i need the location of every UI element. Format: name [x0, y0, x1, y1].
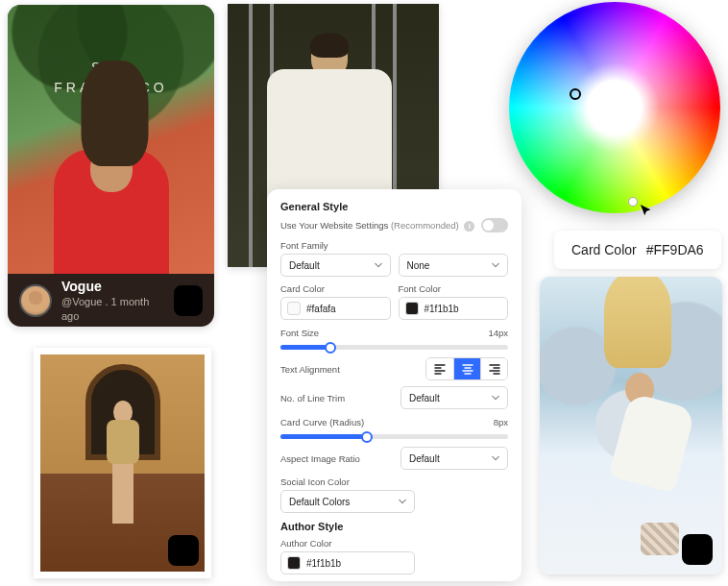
card-image: SAN FRANCISCO: [8, 5, 214, 274]
card-color-input[interactable]: #fafafa: [280, 297, 391, 320]
align-right-icon: [489, 363, 500, 375]
card-color-value: #FF9DA6: [646, 242, 704, 257]
photo-card-snow[interactable]: [540, 277, 722, 574]
card-color-swatch: [287, 302, 301, 315]
tiktok-icon[interactable]: [174, 285, 203, 316]
card-color-field-label: Card Color: [280, 283, 391, 294]
card-image: [40, 354, 205, 572]
aspect-ratio-select[interactable]: Default: [400, 447, 508, 470]
social-icon-color-select[interactable]: Default Colors: [280, 490, 415, 513]
card-image: [540, 277, 722, 574]
font-size-value: 14px: [488, 328, 508, 338]
cursor-icon: [640, 204, 653, 221]
chevron-down-icon: [375, 261, 382, 269]
font-color-swatch: [405, 302, 419, 315]
font-family-select[interactable]: Default: [280, 254, 391, 277]
author-avatar[interactable]: [19, 284, 52, 317]
color-wheel-handle[interactable]: [628, 197, 638, 207]
font-size-slider[interactable]: [280, 345, 508, 350]
chevron-down-icon: [492, 454, 499, 462]
align-left-icon: [434, 363, 446, 375]
card-curve-value: 8px: [494, 417, 508, 427]
aspect-ratio-label: Aspect Image Ratio: [280, 453, 360, 464]
chevron-down-icon: [399, 498, 406, 505]
color-wheel-selection-ring[interactable]: [570, 88, 581, 100]
text-alignment-group: [425, 357, 508, 380]
social-card-sf[interactable]: SAN FRANCISCO Vogue @Vogue . 1 month ago: [8, 5, 214, 327]
card-curve-label: Card Curve (Radius): [280, 417, 364, 427]
section-heading-author: Author Style: [280, 521, 508, 532]
use-website-settings-label: Use Your Website Settings (Recommonded) …: [280, 220, 474, 232]
chevron-down-icon: [492, 261, 499, 269]
author-name[interactable]: Vogue: [61, 278, 164, 295]
author-color-input[interactable]: #1f1b1b: [280, 551, 415, 574]
font-color-field-label: Font Color: [399, 283, 509, 294]
text-align-right-button[interactable]: [480, 358, 507, 379]
tiktok-icon[interactable]: [168, 535, 199, 566]
photo-card-doorway[interactable]: [34, 348, 211, 578]
font-color-input[interactable]: #1f1b1b: [399, 297, 509, 320]
author-color-label: Author Color: [280, 538, 508, 549]
line-trim-select[interactable]: Default: [400, 386, 508, 409]
style-panel: General Style Use Your Website Settings …: [267, 189, 522, 581]
font-size-label: Font Size: [280, 328, 319, 338]
info-icon[interactable]: i: [464, 221, 474, 232]
text-alignment-label: Text Alignment: [280, 364, 340, 375]
author-color-swatch: [287, 556, 301, 570]
color-wheel[interactable]: [509, 2, 720, 213]
card-color-readout: Card Color #FF9DA6: [554, 231, 721, 269]
font-family-secondary-select[interactable]: None: [399, 254, 509, 277]
font-family-label: Font Family: [280, 240, 508, 251]
card-footer: Vogue @Vogue . 1 month ago: [8, 274, 214, 327]
social-icon-color-label: Social Icon Color: [280, 476, 508, 487]
align-center-icon: [462, 363, 473, 375]
author-meta: @Vogue . 1 month ago: [61, 295, 164, 323]
card-curve-slider[interactable]: [280, 434, 508, 439]
text-align-left-button[interactable]: [426, 358, 453, 379]
use-website-settings-toggle[interactable]: [481, 218, 508, 232]
section-heading-general: General Style: [280, 201, 508, 212]
chevron-down-icon: [492, 394, 499, 402]
text-align-center-button[interactable]: [453, 358, 480, 379]
card-color-label: Card Color: [571, 242, 637, 257]
line-trim-label: No. of Line Trim: [280, 393, 345, 403]
tiktok-icon[interactable]: [682, 534, 713, 565]
